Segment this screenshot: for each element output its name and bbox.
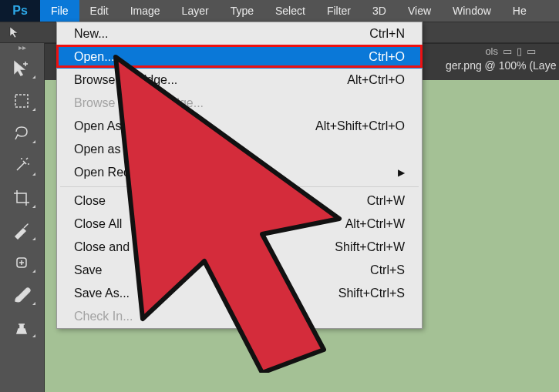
menu-item-label: Browse in Mini Bridge... [74, 96, 204, 110]
eyedropper-tool[interactable] [6, 219, 37, 242]
menu-label: Layer [182, 5, 209, 17]
menu-item-label: Open... [74, 50, 114, 64]
menu-item-open[interactable]: Open...Ctrl+O [57, 45, 422, 69]
move-tool[interactable] [6, 57, 37, 80]
menu-type[interactable]: Type [220, 0, 264, 22]
photoshop-logo: Ps [0, 0, 40, 22]
menu-item-new[interactable]: New...Ctrl+N [57, 22, 422, 45]
menu-item-shortcut: Alt+Ctrl+O [347, 73, 405, 87]
menu-item-label: Browse in Bridge... [74, 73, 177, 87]
clone-stamp-tool[interactable] [6, 316, 37, 339]
brush-tool[interactable] [6, 283, 37, 307]
file-menu-dropdown: New...Ctrl+N Open...Ctrl+O Browse in Bri… [56, 22, 423, 329]
arrange-icon[interactable]: ▯ [517, 45, 522, 57]
menu-item-check-in: Check In... [57, 305, 422, 328]
menu-help[interactable]: He [502, 0, 537, 22]
lasso-tool[interactable] [6, 122, 37, 145]
document-tab-label: ger.png @ 100% (Laye [446, 59, 556, 72]
menu-item-label: Open as Smart Object... [74, 142, 207, 156]
menu-label: He [513, 5, 527, 17]
menu-filter[interactable]: Filter [316, 0, 362, 22]
menu-item-browse-mini-bridge: Browse in Mini Bridge... [57, 92, 422, 115]
menu-item-shortcut: Shift+Ctrl+S [338, 286, 405, 300]
tool-preset-label: ols [485, 45, 498, 57]
svg-rect-0 [15, 95, 28, 107]
magic-wand-tool[interactable] [6, 154, 37, 177]
document-tab[interactable]: ger.png @ 100% (Laye [446, 59, 556, 72]
menu-window[interactable]: Window [442, 0, 502, 22]
move-tool-icon[interactable] [0, 22, 31, 43]
menu-item-label: New... [74, 27, 108, 41]
menu-item-label: Close and Go to Bridge... [74, 240, 213, 254]
panel-grip-icon[interactable]: ▸▸ [0, 43, 44, 51]
marquee-tool[interactable] [6, 89, 37, 112]
submenu-arrow-icon: ▶ [398, 167, 405, 178]
menu-label: Edit [90, 5, 109, 17]
menu-label: 3D [372, 5, 386, 17]
menu-label: Window [453, 5, 491, 17]
menu-item-shortcut: Ctrl+W [367, 194, 405, 208]
menu-edit[interactable]: Edit [79, 0, 120, 22]
menu-item-browse-bridge[interactable]: Browse in Bridge...Alt+Ctrl+O [57, 69, 422, 92]
menu-item-save-as[interactable]: Save As...Shift+Ctrl+S [57, 282, 422, 305]
menu-item-label: Save [74, 263, 102, 277]
menu-select[interactable]: Select [264, 0, 316, 22]
menu-item-open-recent[interactable]: Open Recent▶ [57, 161, 422, 184]
menu-item-label: Save As... [74, 286, 130, 300]
arrange-icon[interactable]: ▭ [527, 45, 536, 57]
menu-3d[interactable]: 3D [362, 0, 397, 22]
menu-separator [60, 186, 419, 187]
menu-item-close[interactable]: CloseCtrl+W [57, 189, 422, 213]
menu-image[interactable]: Image [120, 0, 171, 22]
menu-item-label: Close All [74, 217, 122, 231]
arrange-icon[interactable]: ▭ [503, 45, 512, 57]
menu-item-open-smart-object[interactable]: Open as Smart Object... [57, 138, 422, 161]
menu-layer[interactable]: Layer [171, 0, 220, 22]
menubar: Ps File Edit Image Layer Type Select Fil… [0, 0, 559, 22]
menu-item-shortcut: Ctrl+S [370, 263, 405, 277]
menu-item-label: Open As... [74, 119, 132, 133]
menu-label: Type [231, 5, 254, 17]
menu-file[interactable]: File [40, 0, 79, 22]
menu-label: Image [130, 5, 160, 17]
menu-label: Filter [327, 5, 351, 17]
menu-item-shortcut: Alt+Ctrl+W [345, 217, 405, 231]
crop-tool[interactable] [6, 186, 37, 209]
menu-item-label: Open Recent [74, 166, 146, 179]
menu-label: Select [275, 5, 305, 17]
menu-item-shortcut: Ctrl+O [369, 50, 405, 64]
menu-item-open-as[interactable]: Open As...Alt+Shift+Ctrl+O [57, 115, 422, 138]
menu-item-close-all[interactable]: Close AllAlt+Ctrl+W [57, 213, 422, 236]
menu-item-shortcut: Alt+Shift+Ctrl+O [315, 119, 405, 133]
menu-label: File [51, 5, 69, 17]
healing-brush-tool[interactable] [6, 251, 37, 274]
menu-item-shortcut: Shift+Ctrl+W [335, 240, 405, 254]
tools-panel: ▸▸ [0, 43, 45, 392]
menu-item-label: Check In... [74, 310, 133, 323]
menu-view[interactable]: View [397, 0, 442, 22]
menu-label: View [408, 5, 431, 17]
menu-item-label: Close [74, 194, 106, 208]
menu-item-save[interactable]: SaveCtrl+S [57, 259, 422, 282]
arrange-controls: ols ▭ ▯ ▭ [485, 45, 536, 57]
menu-item-close-go-bridge[interactable]: Close and Go to Bridge...Shift+Ctrl+W [57, 236, 422, 259]
menu-item-shortcut: Ctrl+N [369, 27, 405, 41]
